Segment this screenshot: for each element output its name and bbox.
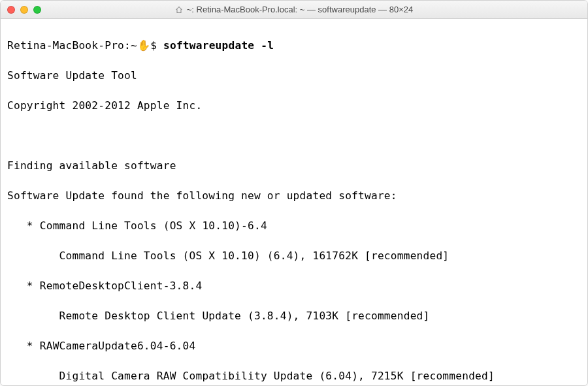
command-1: softwareupdate -l (163, 39, 274, 52)
close-button[interactable] (7, 6, 15, 14)
window-titlebar: ~: Retina-MacBook-Pro.local: ~ — softwar… (1, 1, 587, 19)
output-finding: Finding available software (7, 158, 581, 173)
traffic-lights (7, 6, 41, 14)
blank-line (7, 128, 581, 143)
terminal-content[interactable]: Retina-MacBook-Pro:~✋$ softwareupdate -l… (1, 19, 587, 386)
update-name: Command Line Tools (OS X 10.10)-6.4 (40, 219, 267, 232)
update-item: * RemoteDesktopClient-3.8.4 (7, 278, 581, 293)
home-icon (175, 6, 183, 14)
update-name: RAWCameraUpdate6.04-6.04 (40, 340, 196, 352)
prompt-dollar: $ (150, 39, 157, 52)
output-tool-line: Software Update Tool (7, 68, 581, 83)
zoom-button[interactable] (33, 6, 41, 14)
prompt-host: Retina-MacBook-Pro:~ (7, 39, 137, 52)
update-item: * Command Line Tools (OS X 10.10)-6.4 (7, 218, 581, 233)
update-item-desc: Command Line Tools (OS X 10.10) (6.4), 1… (7, 248, 581, 263)
update-item-desc: Digital Camera RAW Compatibility Update … (7, 368, 581, 383)
prompt-line-1: Retina-MacBook-Pro:~✋$ softwareupdate -l (7, 38, 581, 53)
window-title-text: ~: Retina-MacBook-Pro.local: ~ — softwar… (187, 5, 414, 14)
update-item: * RAWCameraUpdate6.04-6.04 (7, 338, 581, 353)
minimize-button[interactable] (20, 6, 28, 14)
output-found-header: Software Update found the following new … (7, 188, 581, 203)
update-name: RemoteDesktopClient-3.8.4 (40, 280, 203, 292)
update-item-desc: Remote Desktop Client Update (3.8.4), 71… (7, 308, 581, 323)
window-title: ~: Retina-MacBook-Pro.local: ~ — softwar… (1, 5, 587, 14)
output-copyright: Copyright 2002-2012 Apple Inc. (7, 98, 581, 113)
hand-icon: ✋ (137, 39, 150, 52)
